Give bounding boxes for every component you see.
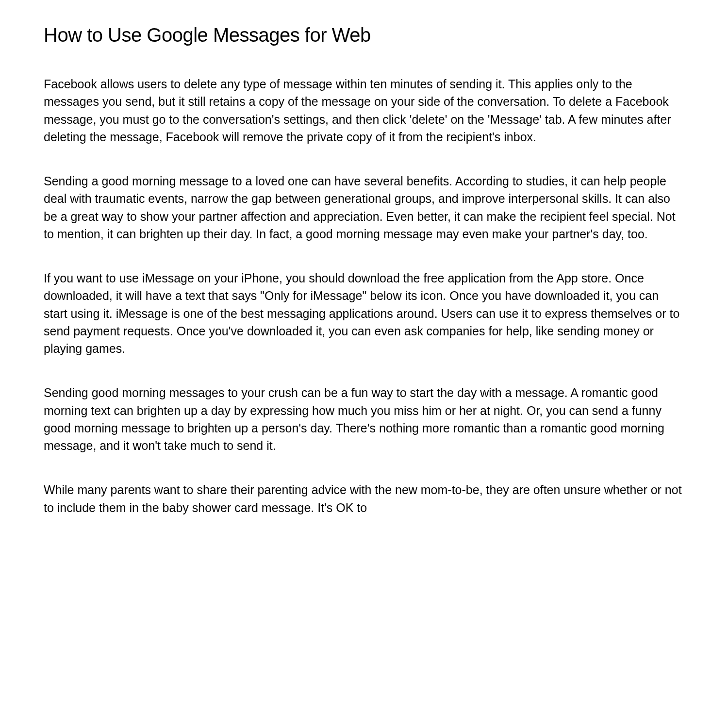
body-paragraph: While many parents want to share their p… <box>44 481 684 516</box>
body-paragraph: Sending a good morning message to a love… <box>44 172 684 243</box>
body-paragraph: Facebook allows users to delete any type… <box>44 75 684 146</box>
page-title: How to Use Google Messages for Web <box>44 24 684 46</box>
body-paragraph: If you want to use iMessage on your iPho… <box>44 269 684 357</box>
body-paragraph: Sending good morning messages to your cr… <box>44 384 684 454</box>
